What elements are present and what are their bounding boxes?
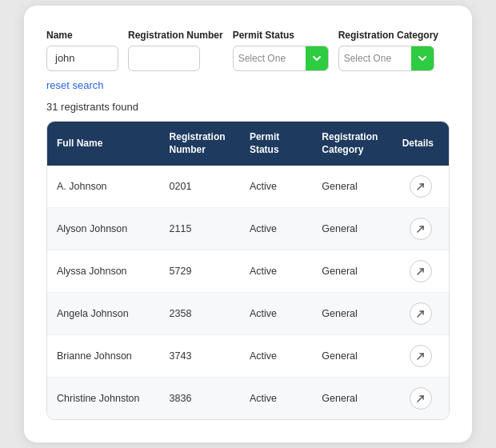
cell-status: Active <box>240 250 312 293</box>
col-header-details: Details <box>393 122 449 166</box>
cell-reg-num: 2115 <box>160 208 240 250</box>
cell-name: Angela Johnson <box>47 293 160 335</box>
cell-category: General <box>312 293 392 335</box>
cell-details <box>393 293 449 335</box>
reg-cat-select-wrap: Select One General <box>338 46 434 71</box>
table-row: Alyssa Johnson 5729 Active General <box>47 250 449 293</box>
col-header-reg-num: Registration Number <box>160 122 240 166</box>
permit-status-label: Permit Status <box>233 30 329 41</box>
cell-details <box>393 250 449 293</box>
permit-status-field-group: Permit Status Select One Active Inactive <box>233 30 329 71</box>
permit-status-select[interactable]: Select One Active Inactive <box>234 46 306 70</box>
reg-num-field-group: Registration Number <box>128 30 223 71</box>
main-card: Name Registration Number Permit Status S… <box>24 6 472 442</box>
cell-status: Active <box>240 208 312 250</box>
table-row: A. Johnson 0201 Active General <box>47 166 449 208</box>
reg-cat-label: Registration Category <box>338 30 438 41</box>
name-input[interactable] <box>46 46 118 71</box>
reg-cat-field-group: Registration Category Select One General <box>338 30 438 71</box>
cell-details <box>393 378 449 420</box>
table-header-row: Full Name Registration Number Permit Sta… <box>47 122 449 166</box>
search-row: Name Registration Number Permit Status S… <box>46 30 450 71</box>
cell-reg-num: 3743 <box>160 335 240 378</box>
reg-num-input[interactable] <box>128 46 200 71</box>
svg-line-3 <box>418 311 423 317</box>
cell-status: Active <box>240 335 312 378</box>
cell-name: Christine Johnston <box>47 378 160 420</box>
cell-reg-num: 5729 <box>160 250 240 293</box>
result-count: 31 registrants found <box>46 101 450 113</box>
svg-line-1 <box>418 226 423 232</box>
cell-category: General <box>312 208 392 250</box>
detail-button[interactable] <box>410 345 432 367</box>
col-header-reg-cat: RegistrationCategory <box>312 122 392 166</box>
cell-status: Active <box>240 378 312 420</box>
cell-name: Alyssa Johnson <box>47 250 160 293</box>
svg-line-4 <box>418 354 423 359</box>
cell-status: Active <box>240 293 312 335</box>
cell-name: Alyson Johnson <box>47 208 160 250</box>
results-table: Full Name Registration Number Permit Sta… <box>47 122 449 419</box>
reg-cat-btn[interactable] <box>411 46 434 71</box>
svg-line-2 <box>418 269 423 274</box>
table-row: Alyson Johnson 2115 Active General <box>47 208 449 250</box>
name-label: Name <box>46 30 118 41</box>
svg-line-5 <box>418 396 423 402</box>
col-header-full-name: Full Name <box>47 122 160 166</box>
svg-line-0 <box>418 184 423 190</box>
reg-cat-select[interactable]: Select One General <box>339 46 411 70</box>
table-row: Angela Johnson 2358 Active General <box>47 293 449 335</box>
cell-reg-num: 0201 <box>160 166 240 208</box>
cell-name: A. Johnson <box>47 166 160 208</box>
reset-search-link[interactable]: reset search <box>46 79 104 91</box>
detail-button[interactable] <box>410 175 432 198</box>
detail-button[interactable] <box>410 260 432 282</box>
cell-reg-num: 2358 <box>160 293 240 335</box>
cell-details <box>393 166 449 208</box>
table-row: Brianne Johnson 3743 Active General <box>47 335 449 378</box>
cell-category: General <box>312 378 392 420</box>
cell-details <box>393 208 449 250</box>
cell-category: General <box>312 166 392 208</box>
permit-status-btn[interactable] <box>306 46 328 71</box>
cell-details <box>393 335 449 378</box>
table-row: Christine Johnston 3836 Active General <box>47 378 449 420</box>
cell-reg-num: 3836 <box>160 378 240 420</box>
detail-button[interactable] <box>410 218 432 240</box>
detail-button[interactable] <box>410 387 432 410</box>
table-body: A. Johnson 0201 Active General Alyson Jo… <box>47 166 449 419</box>
name-field-group: Name <box>46 30 118 71</box>
results-table-wrap: Full Name Registration Number Permit Sta… <box>46 121 450 420</box>
col-header-permit-status: Permit Status <box>240 122 312 166</box>
reg-num-label: Registration Number <box>128 30 223 41</box>
detail-button[interactable] <box>410 302 432 325</box>
cell-name: Brianne Johnson <box>47 335 160 378</box>
cell-category: General <box>312 335 392 378</box>
cell-status: Active <box>240 166 312 208</box>
permit-status-select-wrap: Select One Active Inactive <box>233 46 329 71</box>
cell-category: General <box>312 250 392 293</box>
